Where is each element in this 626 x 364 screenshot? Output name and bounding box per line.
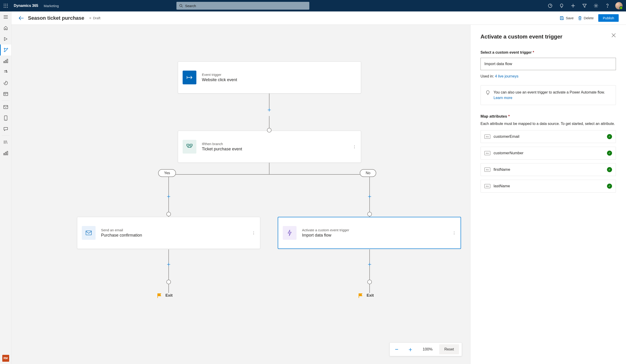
add-step-button[interactable]: ＋ [165,193,172,200]
svg-rect-39 [561,16,562,17]
svg-rect-25 [4,92,8,96]
svg-rect-34 [4,153,4,155]
zoom-in-button[interactable]: ＋ [403,342,417,356]
delete-button[interactable]: Delete [578,16,593,20]
command-bar: Season ticket purchase Draft Save Delete… [11,11,626,25]
close-panel-icon[interactable] [611,33,616,38]
map-attributes-label: Map attributes * [480,114,616,119]
journeys-icon[interactable] [0,44,11,55]
node-send-email[interactable]: Send an email Purchase confirmation ⋮ [77,217,260,249]
page-title: Season ticket purchase [28,15,84,21]
search-placeholder: Search [185,4,196,8]
svg-point-3 [4,5,4,6]
insights-icon[interactable] [0,148,11,159]
svg-rect-24 [7,59,8,63]
mobile-icon[interactable] [0,113,11,123]
svg-point-6 [4,7,4,7]
add-step-button[interactable]: ＋ [366,193,373,200]
add-step-button[interactable]: ＋ [165,261,172,267]
node-custom-trigger[interactable]: Activate a custom event trigger Import d… [278,217,461,249]
panel-title: Activate a custom event trigger [480,33,562,40]
app-launcher-icon[interactable] [0,0,11,11]
svg-point-7 [5,7,6,7]
svg-point-0 [4,4,4,4]
library-icon[interactable] [0,137,11,148]
svg-point-5 [7,5,7,6]
svg-point-21 [4,51,5,52]
map-attributes-help: Each attribute must be mapped to a data … [480,121,616,126]
zoom-out-button[interactable]: − [390,342,403,356]
svg-point-20 [7,48,8,49]
text-type-icon: Abc [484,167,490,172]
forms-icon[interactable] [0,88,11,99]
svg-rect-22 [4,61,4,63]
analytics-icon[interactable] [0,78,11,88]
used-in-text: Used in: 4 live journeys [480,74,616,79]
svg-point-4 [5,5,6,6]
branch-no-pill[interactable]: No [360,169,376,177]
svg-point-15 [607,7,608,7]
left-rail: RM [0,11,11,364]
exit-marker: Exit [157,293,173,298]
exit-marker: Exit [358,293,374,298]
node-menu-icon[interactable]: ⋮ [452,231,456,235]
svg-point-14 [595,5,597,6]
learn-more-link[interactable]: Learn more [494,96,512,100]
save-button[interactable]: Save [560,16,574,20]
svg-rect-44 [86,231,91,235]
help-icon[interactable] [602,0,613,11]
check-ok-icon: ✓ [607,134,612,139]
filter-icon[interactable] [579,0,590,11]
add-icon[interactable] [567,0,579,11]
add-step-button[interactable]: ＋ [266,106,273,113]
node-menu-icon[interactable]: ⋮ [252,231,255,235]
svg-rect-23 [5,60,6,63]
attribute-row[interactable]: AbccustomerEmail✓ [480,130,616,143]
triggers-icon[interactable] [0,67,11,78]
attribute-row[interactable]: AbcfirstName✓ [480,163,616,176]
area-label[interactable]: Marketing [44,4,59,8]
text-type-icon: Abc [484,151,490,155]
tip-callout: You can also use an event trigger to act… [480,85,616,105]
attribute-row[interactable]: AbccustomerNumber✓ [480,147,616,160]
persona-badge[interactable]: RM [2,355,9,362]
mail-icon[interactable] [0,102,11,113]
user-avatar[interactable] [613,0,625,11]
node-menu-icon[interactable]: ⋮ [353,145,356,149]
svg-line-33 [6,141,7,144]
search-input[interactable]: Search [176,2,309,10]
check-ok-icon: ✓ [607,151,612,156]
check-ok-icon: ✓ [607,167,612,172]
gear-icon[interactable] [590,0,602,11]
svg-point-2 [7,4,7,4]
chat-icon[interactable] [0,123,11,135]
segments-icon[interactable] [0,55,11,67]
zoom-controls: − ＋ 100% Reset [390,342,462,356]
text-type-icon: Abc [484,135,490,139]
lightbulb-icon[interactable] [556,0,567,11]
zoom-reset-button[interactable]: Reset [439,344,459,354]
svg-rect-36 [7,151,8,155]
node-ifthen-branch[interactable]: If/then branch Ticket purchase event ⋮ [178,131,361,163]
back-button[interactable] [19,16,24,20]
publish-button[interactable]: Publish [598,14,619,22]
used-in-link[interactable]: 4 live journeys [495,74,518,78]
trigger-name-input[interactable] [480,58,616,70]
timer-icon[interactable] [545,0,556,11]
svg-rect-42 [187,144,189,146]
svg-point-19 [4,48,5,49]
check-ok-icon: ✓ [607,184,612,189]
journey-canvas[interactable]: Event trigger Website click event ＋ If/t… [11,25,470,364]
add-step-button[interactable]: ＋ [366,261,373,267]
svg-line-10 [182,6,183,7]
branch-yes-pill[interactable]: Yes [158,169,176,177]
attribute-name: lastName [494,184,510,188]
svg-point-8 [7,7,7,7]
svg-rect-28 [4,105,8,109]
hamburger-icon[interactable] [0,11,11,22]
play-icon[interactable] [0,34,11,44]
node-event-trigger[interactable]: Event trigger Website click event [178,61,361,93]
attribute-row[interactable]: AbclastName✓ [480,180,616,193]
home-icon[interactable] [0,22,11,34]
brand-label[interactable]: Dynamics 365 [14,4,38,8]
